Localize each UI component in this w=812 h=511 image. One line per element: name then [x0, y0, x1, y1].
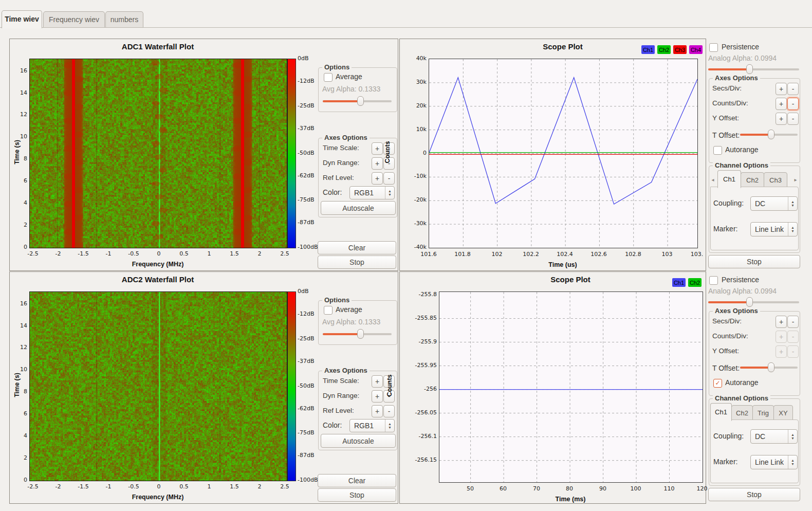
decrease-button[interactable]: - — [383, 172, 395, 185]
stop-button[interactable]: Stop — [708, 488, 800, 501]
average-checkbox[interactable] — [324, 73, 333, 82]
slider-handle[interactable] — [746, 297, 753, 307]
spin-down-icon[interactable]: ▼ — [388, 193, 392, 196]
spin-down-icon[interactable]: ▼ — [791, 436, 795, 440]
spin-down-icon[interactable]: ▼ — [791, 204, 795, 207]
autoscale-button[interactable]: Autoscale — [321, 201, 396, 215]
axes-options-group-label: Axes Options — [713, 74, 760, 82]
y-tick-label: 10k — [399, 126, 427, 133]
x-axis-label: Time (ms) — [439, 496, 702, 503]
increase-button[interactable]: + — [776, 98, 787, 110]
spin-arrows[interactable]: ▲▼ — [385, 419, 394, 432]
axes-options-group-label: Axes Options — [322, 367, 370, 374]
stop-button[interactable]: Stop — [708, 255, 800, 268]
spin-up-icon[interactable]: ▲ — [791, 433, 795, 436]
y-tick-label: -10k — [399, 173, 427, 179]
colorbar-tick-label: -87dB — [298, 219, 326, 226]
legend-ch3: Ch3 — [673, 45, 687, 54]
axes-row-label: Y Offset: — [712, 347, 739, 355]
channel-tab-ch2[interactable]: Ch2 — [731, 405, 753, 421]
x-tick-label: -1 — [94, 250, 123, 257]
channel-tab-ch1[interactable]: Ch1 — [717, 170, 741, 188]
spin-arrows[interactable]: ▲▼ — [788, 430, 797, 443]
increase-button[interactable]: + — [372, 157, 383, 170]
tab-scroll-left-icon[interactable]: ◂ — [710, 174, 716, 185]
stop-button[interactable]: Stop — [318, 256, 396, 269]
autorange-checkbox[interactable]: ✓ — [713, 379, 722, 388]
spin-up-icon[interactable]: ▲ — [791, 459, 795, 462]
spin-up-icon[interactable]: ▲ — [791, 226, 795, 229]
slider-handle[interactable] — [768, 362, 774, 372]
spin-down-icon[interactable]: ▼ — [388, 426, 392, 429]
increase-button[interactable]: + — [776, 113, 787, 125]
t-offset-slider[interactable] — [740, 130, 798, 139]
persistence-checkbox[interactable] — [709, 276, 718, 285]
spin-arrows[interactable]: ▲▼ — [788, 455, 797, 469]
spin-down-icon[interactable]: ▼ — [791, 229, 795, 233]
tab-frequency-wiev[interactable]: Frequency wiev — [43, 11, 105, 27]
x-tick-label: 2.5 — [270, 250, 299, 257]
slider-handle[interactable] — [768, 130, 774, 139]
spin-arrows[interactable]: ▲▼ — [788, 197, 797, 210]
spin-up-icon[interactable]: ▲ — [388, 422, 392, 426]
color-select[interactable]: RGB1▲▼ — [349, 186, 395, 199]
increase-button[interactable]: + — [776, 316, 787, 328]
tab-numbers[interactable]: numbers — [105, 11, 143, 27]
increase-button[interactable]: + — [372, 375, 383, 388]
channel-tab-ch2[interactable]: Ch2 — [741, 172, 764, 188]
average-checkbox[interactable] — [324, 306, 333, 315]
coupling-select[interactable]: DC▲▼ — [750, 196, 798, 211]
color-select[interactable]: RGB1▲▼ — [349, 419, 395, 432]
persistence-checkbox[interactable] — [709, 43, 718, 52]
channel-tab-xy[interactable]: XY — [773, 405, 793, 421]
x-axis-label: Frequency (MHz) — [29, 494, 286, 501]
channel-tab-ch1[interactable]: Ch1 — [710, 403, 732, 421]
x-tick-label: 70 — [522, 485, 551, 492]
slider-handle[interactable] — [357, 96, 364, 106]
increase-button[interactable]: + — [372, 172, 383, 185]
avg-alpha-slider[interactable] — [323, 96, 392, 106]
marker-select[interactable]: Line Link▲▼ — [750, 455, 798, 469]
t-offset-slider[interactable] — [740, 362, 798, 372]
axes-row-label: Time Scale: — [323, 377, 359, 385]
channel-options-group-label: Channel Options — [713, 394, 770, 402]
analog-alpha-slider[interactable] — [708, 64, 799, 74]
coupling-select[interactable]: DC▲▼ — [750, 429, 798, 444]
analog-alpha-slider[interactable] — [708, 297, 799, 307]
marker-select[interactable]: Line Link▲▼ — [750, 222, 798, 236]
clear-button[interactable]: Clear — [318, 474, 396, 487]
channel-tab-trig[interactable]: Trig — [752, 405, 774, 421]
decrease-button[interactable]: - — [787, 316, 799, 328]
slider-handle[interactable] — [746, 64, 753, 74]
autoscale-button[interactable]: Autoscale — [321, 434, 396, 448]
spin-arrows[interactable]: ▲▼ — [788, 223, 797, 236]
increase-button[interactable]: + — [372, 405, 383, 417]
clear-button[interactable]: Clear — [318, 241, 396, 254]
axes-options-group-label: Axes Options — [713, 307, 760, 315]
spin-up-icon[interactable]: ▲ — [388, 189, 392, 193]
increase-button[interactable]: + — [372, 390, 383, 403]
legend-ch1: Ch1 — [641, 45, 655, 54]
y-tick-label: 4 — [11, 432, 27, 439]
adc1-waterfall-panel: ADC1 Waterfall Plot1614121086420Time (s)… — [9, 39, 398, 271]
decrease-button[interactable]: - — [787, 113, 799, 125]
increase-button[interactable]: + — [776, 83, 787, 95]
channel-tab-ch3[interactable]: Ch3 — [764, 172, 787, 188]
decrease-button[interactable]: - — [383, 405, 395, 417]
x-tick-label: 110 — [655, 485, 684, 492]
autorange-checkbox[interactable] — [713, 146, 722, 155]
spin-up-icon[interactable]: ▲ — [791, 200, 795, 204]
tab-time-wiev[interactable]: Time wiev — [2, 10, 42, 28]
slider-handle[interactable] — [357, 329, 364, 339]
spin-arrows[interactable]: ▲▼ — [385, 187, 394, 199]
avg-alpha-slider[interactable] — [323, 329, 392, 339]
tab-scroll-right-icon[interactable]: ▸ — [792, 174, 799, 185]
spin-down-icon[interactable]: ▼ — [791, 462, 795, 466]
x-tick-label: 1 — [195, 250, 224, 257]
stop-button[interactable]: Stop — [318, 488, 396, 502]
decrease-button[interactable]: - — [787, 83, 799, 95]
options-group: OptionsAverageAvg Alpha: 0.1333 — [318, 67, 397, 112]
decrease-button[interactable]: - — [787, 98, 799, 110]
increase-button[interactable]: + — [372, 142, 383, 155]
y-tick-label: 20k — [399, 102, 427, 109]
